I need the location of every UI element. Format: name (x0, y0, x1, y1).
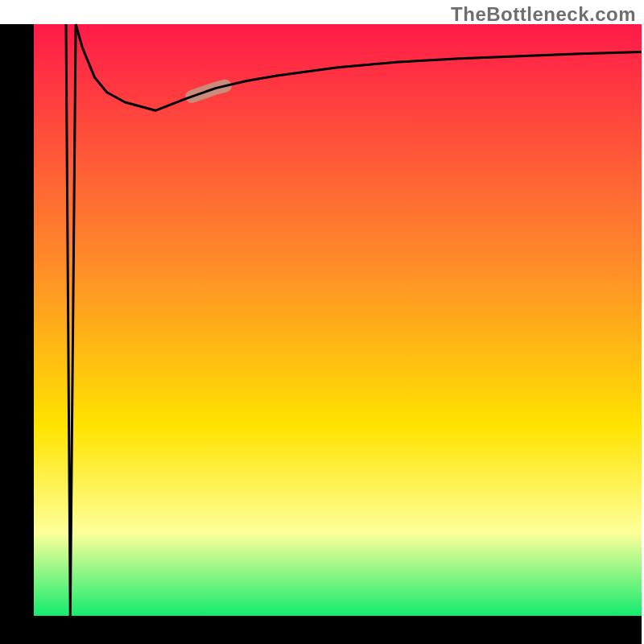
chart-container: TheBottleneck.com (0, 0, 644, 644)
chart-svg (0, 0, 644, 644)
watermark-text: TheBottleneck.com (451, 3, 636, 26)
y-axis-band (0, 24, 34, 644)
x-axis-band (0, 616, 642, 644)
plot-background (34, 24, 642, 616)
